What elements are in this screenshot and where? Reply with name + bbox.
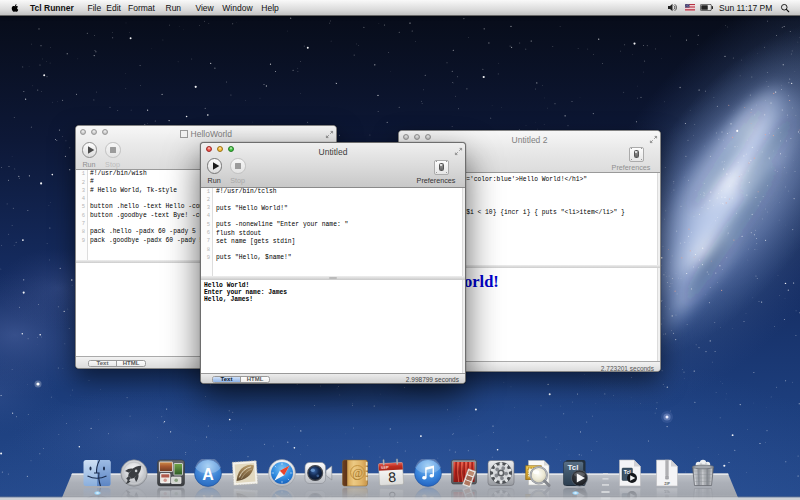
svg-text:A: A xyxy=(202,465,214,482)
svg-text:8: 8 xyxy=(388,488,397,500)
svg-text:@: @ xyxy=(352,494,363,500)
svg-text:ZIP: ZIP xyxy=(664,481,670,485)
svg-text:8: 8 xyxy=(388,468,397,484)
svg-text:A: A xyxy=(202,491,214,500)
svg-text:@: @ xyxy=(352,466,363,479)
svg-text:ZIP: ZIP xyxy=(664,488,670,492)
